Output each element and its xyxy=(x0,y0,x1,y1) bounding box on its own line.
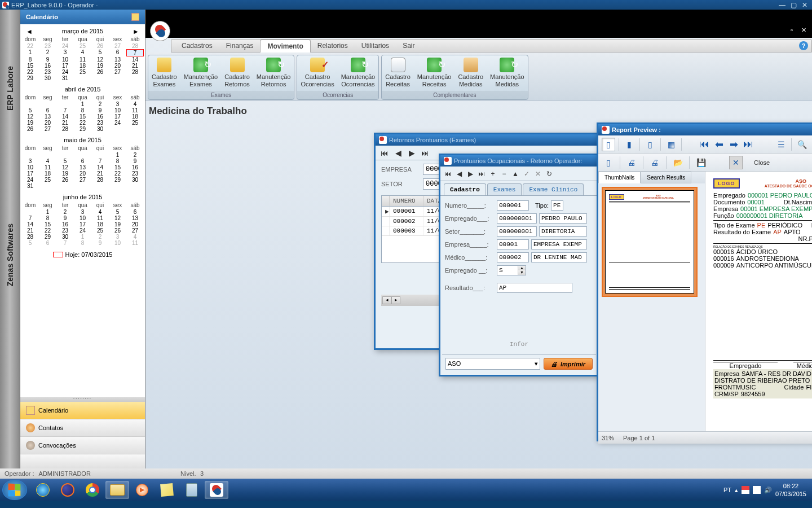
menu-relatorios[interactable]: Relatorios xyxy=(311,40,355,52)
ribbon-manutencao-exames[interactable]: ManutençãoExames xyxy=(180,56,222,91)
empresa-nome-field[interactable] xyxy=(531,239,587,249)
setor-cod-field[interactable] xyxy=(497,226,537,237)
thumbnail-page-1[interactable]: LOGOASOATESTADO DE SAÚDE OCUPACIONAL xyxy=(602,187,698,297)
stepper-up-icon[interactable]: ▲ xyxy=(518,266,526,270)
search-icon[interactable]: 🔍 xyxy=(795,138,809,151)
tab-cadastro[interactable]: Cadastro xyxy=(444,183,486,195)
help-button[interactable]: ? xyxy=(799,41,808,50)
nav-last-icon[interactable]: ⏭ xyxy=(478,170,486,178)
empregado-cod-field[interactable] xyxy=(497,213,537,224)
sidebar-item-contatos[interactable]: Contatos xyxy=(20,419,145,436)
edit-icon[interactable]: ▲ xyxy=(511,170,519,178)
taskbar-firefox[interactable] xyxy=(56,481,80,499)
tab-exame-clinico[interactable]: Exame Clinico xyxy=(523,183,584,195)
medico-cod-field[interactable] xyxy=(497,252,529,262)
today-cell[interactable]: 7 xyxy=(126,49,144,56)
menu-cadastros[interactable]: Cadastros xyxy=(175,40,219,52)
taskbar-ie[interactable] xyxy=(31,481,55,499)
zoom-page-icon[interactable]: ▯ xyxy=(602,138,615,151)
menu-movimento[interactable]: Movimento xyxy=(260,40,310,52)
refresh-icon[interactable]: ↻ xyxy=(545,170,553,178)
empregado-nome-field[interactable] xyxy=(539,213,587,224)
confirm-icon[interactable]: ✓ xyxy=(523,170,531,178)
tipo-field[interactable] xyxy=(551,200,563,211)
close-doc-icon[interactable]: ✕ xyxy=(729,156,743,169)
nav-first-icon[interactable]: ⏮ xyxy=(444,170,452,178)
ribbon-manutencao-retornos[interactable]: ManutençãoRetornos xyxy=(253,56,294,91)
preview-pane[interactable]: LOGO ASO ATESTADO DE SAÚDE OCUPACIONAL E… xyxy=(705,172,812,431)
sidebar-grip[interactable]: •••••••• xyxy=(20,397,145,401)
print-setup-icon[interactable]: 🖨 xyxy=(648,156,661,169)
stepper-down-icon[interactable]: ▼ xyxy=(518,270,526,275)
start-button[interactable] xyxy=(2,480,27,500)
zoom-100-icon[interactable]: ▯ xyxy=(643,138,657,151)
minimize-button[interactable]: — xyxy=(777,1,787,9)
tray-chevron-icon[interactable]: ▴ xyxy=(735,487,738,494)
remove-icon[interactable]: − xyxy=(500,170,508,178)
nav-prev-icon[interactable]: ◀ xyxy=(455,170,463,178)
sidebar-item-blank[interactable] xyxy=(20,454,145,468)
app-logo[interactable] xyxy=(150,21,170,41)
volume-icon[interactable]: 🔊 xyxy=(764,487,772,494)
ws-close-button[interactable]: ✕ xyxy=(801,27,806,34)
menu-sair[interactable]: Sair xyxy=(396,40,421,52)
add-icon[interactable]: + xyxy=(489,170,497,178)
month-next[interactable]: ► xyxy=(133,28,139,36)
tab-exames[interactable]: Exames xyxy=(487,183,522,195)
close-button[interactable]: ✕ xyxy=(800,1,810,9)
first-page-icon[interactable]: ⏮ xyxy=(698,138,711,151)
tab-thumbnails[interactable]: ThumbNails xyxy=(598,172,641,183)
taskbar-notes[interactable] xyxy=(155,481,179,499)
taskbar-wmp[interactable] xyxy=(130,481,154,499)
clock[interactable]: 08:22 07/03/2015 xyxy=(775,482,806,498)
ribbon-cadastro-retornos[interactable]: CadastroRetornos xyxy=(221,56,253,91)
empresa-cod-field[interactable] xyxy=(497,239,529,249)
lang-indicator[interactable]: PT xyxy=(723,487,731,493)
ribbon-cadastro-exames[interactable]: CadastroExames xyxy=(148,56,180,91)
resultado-field[interactable] xyxy=(497,283,572,293)
zoom-width-icon[interactable]: ▮ xyxy=(623,138,636,151)
cancel-icon[interactable]: ✕ xyxy=(534,170,542,178)
nav-prev-icon[interactable]: ◀ xyxy=(394,148,403,157)
taskbar-explorer[interactable] xyxy=(105,481,129,499)
menu-financas[interactable]: Finanças xyxy=(219,40,261,52)
ribbon-cadastro-ocorrencias[interactable]: CadastroOcorrencias xyxy=(297,56,337,91)
network-icon[interactable] xyxy=(753,486,761,494)
sidebar-item-convocacoes[interactable]: Convocações xyxy=(20,436,145,454)
outline-icon[interactable]: ☰ xyxy=(774,138,788,151)
new-doc-icon[interactable]: ▯ xyxy=(602,156,615,169)
ribbon-manutencao-ocorrencias[interactable]: ManutençãoOcorrencias xyxy=(338,56,379,91)
flag-icon[interactable] xyxy=(742,486,749,494)
maximize-button[interactable]: ▢ xyxy=(788,1,798,9)
ribbon-manutencao-receitas[interactable]: ManutençãoReceitas xyxy=(414,56,455,91)
open-icon[interactable]: 📂 xyxy=(671,156,685,169)
win2-titlebar[interactable]: Prontuarios Ocupacionais - Retorno Opera… xyxy=(440,155,598,167)
scroll-left[interactable]: ◂ xyxy=(382,296,391,304)
close-button[interactable]: Close xyxy=(754,159,770,166)
nav-last-icon[interactable]: ⏭ xyxy=(421,148,430,157)
next-page-icon[interactable]: ➡ xyxy=(727,138,740,151)
taskbar-chrome[interactable] xyxy=(81,481,104,499)
sidebar-item-calendario[interactable]: Calendário xyxy=(20,401,145,419)
win1-titlebar[interactable]: Retornos Prontuarios (Exames) xyxy=(376,134,598,146)
print-button[interactable]: 🖨Imprimir xyxy=(544,358,593,370)
prev-page-icon[interactable]: ⬅ xyxy=(712,138,726,151)
today-link[interactable]: Hoje: 07/03/2015 xyxy=(21,249,144,260)
ribbon-manutencao-medidas[interactable]: ManutençãoMedidas xyxy=(487,56,528,91)
multi-page-icon[interactable]: ▦ xyxy=(664,138,678,151)
print-icon[interactable]: 🖨 xyxy=(625,156,638,169)
report-select[interactable]: ASO▾ xyxy=(445,358,540,370)
ribbon-cadastro-medidas[interactable]: CadastroMedidas xyxy=(454,56,487,91)
nav-first-icon[interactable]: ⏮ xyxy=(380,148,389,157)
save-icon[interactable]: 💾 xyxy=(694,156,708,169)
menu-utilitarios[interactable]: Utilitarios xyxy=(355,40,396,52)
medico-nome-field[interactable] xyxy=(531,252,587,262)
win3-titlebar[interactable]: Report Preview : — ▢ ✕ xyxy=(598,124,812,135)
taskbar-calc[interactable] xyxy=(180,481,204,499)
taskbar-erp-app[interactable] xyxy=(205,481,228,499)
nav-next-icon[interactable]: ▶ xyxy=(466,170,474,178)
scroll-right[interactable]: ▸ xyxy=(391,296,400,304)
setor-nome-field[interactable] xyxy=(539,226,587,237)
numero-field[interactable] xyxy=(497,200,529,211)
month-prev[interactable]: ◄ xyxy=(26,28,33,36)
